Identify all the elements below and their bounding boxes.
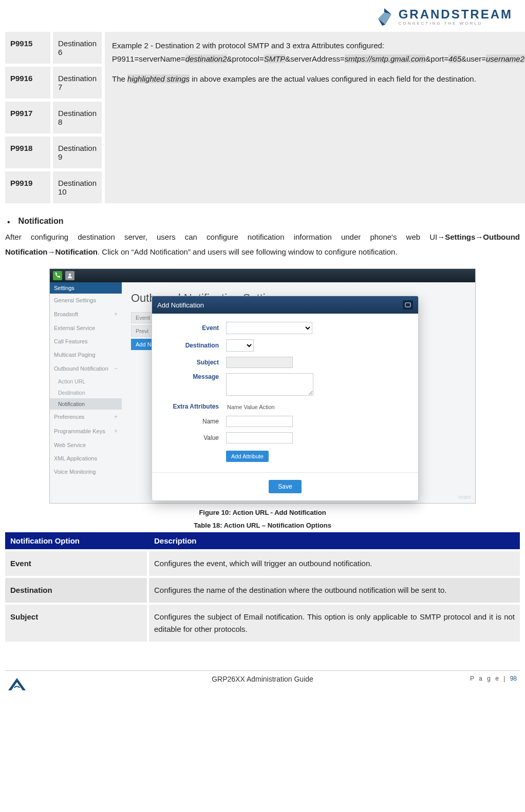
opt-key: Subject xyxy=(5,603,149,642)
table-row: P9915Destination 6 xyxy=(5,32,102,64)
table-row: EventConfigures the event, which will tr… xyxy=(5,549,520,576)
table-row: P9919Destination 10 xyxy=(5,171,102,203)
sidebar-item-programmable-keys[interactable]: Programmable Keys+ xyxy=(50,424,122,438)
table-row: P9918Destination 9 xyxy=(5,137,102,168)
add-notification-modal: Add Notification Event Destination Subje… xyxy=(152,296,419,501)
destination-select[interactable] xyxy=(226,339,254,352)
sidebar-sub-notification[interactable]: Notification xyxy=(50,398,122,410)
screenshot: Settings General Settings Broadsoft+ Ext… xyxy=(49,268,476,504)
table-row: P9916Destination 7 xyxy=(5,67,102,99)
table-header-row: Notification Option Description xyxy=(5,532,520,549)
table-caption: Table 18: Action URL – Notification Opti… xyxy=(5,521,520,529)
sidebar-item-general[interactable]: General Settings xyxy=(50,294,122,307)
notification-options-table: Notification Option Description EventCon… xyxy=(5,532,520,642)
plus-icon: + xyxy=(114,413,118,420)
opt-key: Event xyxy=(5,549,149,576)
table-row: SubjectConfigures the subject of Email n… xyxy=(5,603,520,642)
sidebar-item-external-service[interactable]: External Service xyxy=(50,321,122,335)
save-button[interactable]: Save xyxy=(269,480,301,493)
label-message: Message xyxy=(161,373,226,380)
table-row: P9917Destination 8 xyxy=(5,102,102,133)
event-select[interactable] xyxy=(226,322,312,334)
dest-label: Destination 9 xyxy=(53,137,102,168)
dest-label: Destination 6 xyxy=(53,32,102,64)
footer-page: P a g e | 98 xyxy=(470,675,517,682)
dest-code: P9916 xyxy=(5,67,50,99)
brand-tagline: CONNECTING THE WORLD xyxy=(399,22,513,26)
dest-label: Destination 7 xyxy=(53,67,102,99)
dest-code: P9917 xyxy=(5,102,50,133)
footer-logo-icon xyxy=(8,675,26,690)
dest-code: P9915 xyxy=(5,32,50,64)
attr-name-input[interactable] xyxy=(226,416,293,427)
modal-header: Add Notification xyxy=(152,296,418,314)
label-name: Name xyxy=(161,418,226,425)
opt-desc: Configures the event, which will trigger… xyxy=(149,549,520,576)
header-description: Description xyxy=(149,532,520,549)
header-option: Notification Option xyxy=(5,532,149,549)
dest-label: Destination 8 xyxy=(53,102,102,133)
bullet-icon: • xyxy=(7,217,10,228)
sidebar-sub-destination[interactable]: Destination xyxy=(50,387,122,398)
modal-title: Add Notification xyxy=(157,301,204,309)
sidebar-item-voice-monitoring[interactable]: Voice Monitoring xyxy=(50,465,122,478)
label-value: Value xyxy=(161,434,226,441)
brand-name: GRANDSTREAM xyxy=(399,8,513,21)
screenshot-topbar xyxy=(50,269,475,282)
extra-attr-columns: Name Value Action xyxy=(227,404,275,410)
table-row: DestinationConfigures the name of the de… xyxy=(5,576,520,603)
subject-input[interactable] xyxy=(226,357,293,368)
screenshot-sidebar: Settings General Settings Broadsoft+ Ext… xyxy=(50,282,122,503)
sidebar-item-call-features[interactable]: Call Features xyxy=(50,335,122,348)
notification-title: Notification xyxy=(18,217,64,226)
notification-heading: • Notification xyxy=(7,217,520,228)
message-textarea[interactable] xyxy=(226,373,313,396)
plus-icon: + xyxy=(114,311,118,318)
dest-label: Destination 10 xyxy=(53,171,102,203)
notification-paragraph: After configuring destination server, us… xyxy=(5,230,520,259)
svg-rect-1 xyxy=(405,303,410,307)
brand-header: GRANDSTREAM CONNECTING THE WORLD xyxy=(5,5,520,32)
sidebar-item-broadsoft[interactable]: Broadsoft+ xyxy=(50,307,122,321)
example-lead: Example 2 - Destination 2 with protocol … xyxy=(112,39,525,52)
sidebar-item-preferences[interactable]: Preferences+ xyxy=(50,410,122,424)
sidebar-item-multicast[interactable]: Multicast Paging xyxy=(50,348,122,361)
label-extra-attributes: Extra Attributes xyxy=(161,403,226,410)
destinations-block: P9915Destination 6 P9916Destination 7 P9… xyxy=(5,32,520,203)
opt-desc: Configures the subject of Email notifica… xyxy=(149,603,520,642)
attr-value-input[interactable] xyxy=(226,432,293,443)
opt-key: Destination xyxy=(5,576,149,603)
minus-icon: − xyxy=(114,365,118,372)
example-note: The highlighted strings in above example… xyxy=(112,72,525,86)
label-subject: Subject xyxy=(161,359,226,366)
opt-desc: Configures the name of the destination w… xyxy=(149,576,520,603)
brand-logo: GRANDSTREAM CONNECTING THE WORLD xyxy=(375,7,513,27)
sidebar-item-outbound-notification[interactable]: Outbound Notification− xyxy=(50,361,122,376)
sidebar-item-xml-apps[interactable]: XML Applications xyxy=(50,452,122,465)
brand-mark-icon xyxy=(375,7,393,27)
example-text: Example 2 - Destination 2 with protocol … xyxy=(105,32,525,203)
plus-icon: + xyxy=(114,428,118,435)
sidebar-header: Settings xyxy=(50,282,122,294)
destinations-list: P9915Destination 6 P9916Destination 7 P9… xyxy=(5,32,102,203)
sidebar-item-web-service[interactable]: Web Service xyxy=(50,438,122,452)
close-icon[interactable] xyxy=(403,300,413,310)
label-event: Event xyxy=(161,324,226,332)
sidebar-sub-action-url[interactable]: Action URL xyxy=(50,376,122,387)
dest-code: P9919 xyxy=(5,171,50,203)
contacts-icon xyxy=(65,271,74,280)
page-footer: GRP26XX Administration Guide P a g e | 9… xyxy=(5,670,520,690)
label-destination: Destination xyxy=(161,342,226,349)
footer-guide-title: GRP26XX Administration Guide xyxy=(212,675,313,683)
dest-code: P9918 xyxy=(5,137,50,168)
add-attribute-button[interactable]: Add Attribute xyxy=(226,451,269,462)
brand-text: GRANDSTREAM CONNECTING THE WORLD xyxy=(399,8,513,26)
figure-caption: Figure 10: Action URL - Add Notification xyxy=(5,509,520,516)
example-config-string: P9911=serverName=destination2&protocol=S… xyxy=(112,52,525,66)
phone-icon xyxy=(53,271,62,280)
svg-point-0 xyxy=(69,274,71,276)
footer-brand-fragment: ream xyxy=(458,494,471,500)
tab-preview[interactable]: Previ xyxy=(131,325,153,337)
